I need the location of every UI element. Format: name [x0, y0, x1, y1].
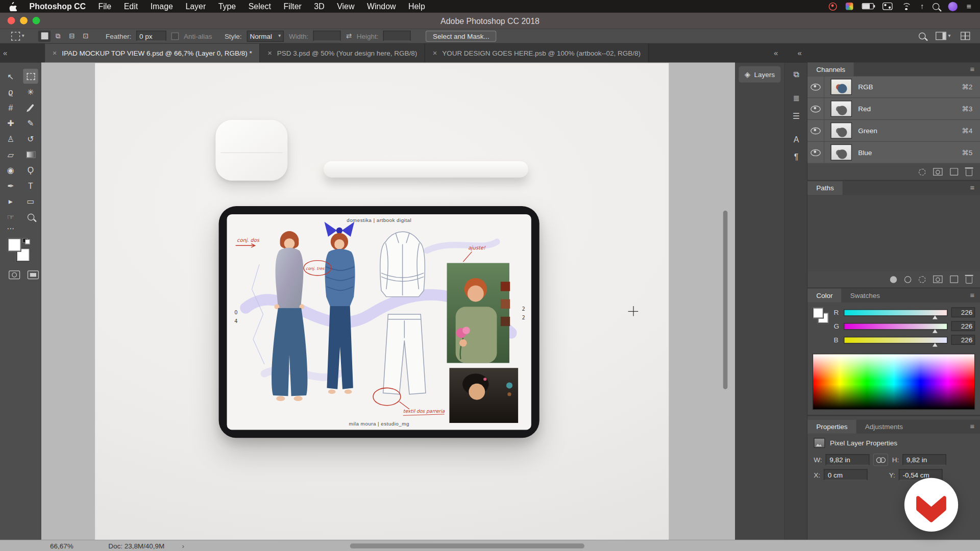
stroke-path-icon[interactable]	[904, 276, 911, 283]
width-input[interactable]	[313, 31, 341, 41]
upload-icon[interactable]: ↑	[920, 2, 924, 11]
paragraph-icon[interactable]: ¶	[788, 148, 804, 165]
workspace-panel-toggle[interactable]: ▾	[936, 32, 950, 40]
channel-row-blue[interactable]: Blue ⌘5	[807, 142, 980, 164]
avatar[interactable]	[948, 2, 958, 11]
channel-row-rgb[interactable]: RGB ⌘2	[807, 76, 980, 98]
paths-list-empty[interactable]	[807, 195, 980, 271]
history-brush-tool[interactable]: ↺	[23, 131, 38, 146]
select-and-mask-button[interactable]: Select and Mask...	[426, 30, 496, 41]
spot-healing-tool[interactable]: ✚	[3, 116, 18, 131]
red-slider[interactable]	[844, 309, 947, 316]
green-slider[interactable]	[844, 322, 947, 329]
tab-properties[interactable]: Properties	[807, 420, 856, 434]
tab-paths[interactable]: Paths	[807, 181, 843, 195]
libraries-icon[interactable]: ⧉	[788, 66, 804, 83]
tool-preset-picker[interactable]: ▾	[11, 32, 24, 40]
search-icon[interactable]	[919, 33, 925, 39]
adjustments-icon[interactable]: ☰	[788, 108, 804, 124]
anti-alias-checkbox[interactable]	[171, 32, 179, 40]
pen-tool[interactable]: ✒	[3, 178, 18, 193]
close-icon[interactable]: ×	[53, 49, 57, 58]
default-colors-icon[interactable]	[22, 238, 30, 244]
close-icon[interactable]: ×	[433, 49, 437, 58]
visibility-toggle[interactable]	[807, 98, 824, 119]
quick-selection-tool[interactable]: ✳	[23, 84, 38, 99]
character-icon[interactable]: A	[788, 131, 804, 147]
x-field[interactable]: 0 cm	[824, 469, 868, 481]
collapse-toolbar-icon[interactable]: «	[3, 49, 6, 58]
document-tab-1[interactable]: × IPAD MOCKUP TOP VIEW 6.psd @ 66,7% (La…	[45, 44, 260, 63]
load-selection-icon[interactable]	[919, 168, 925, 175]
new-selection-button[interactable]	[38, 30, 51, 41]
path-selection-icon[interactable]	[919, 276, 925, 283]
collapse-panels-icon[interactable]: «	[797, 49, 800, 58]
color-spectrum-picker[interactable]	[813, 354, 975, 410]
path-mask-icon[interactable]	[933, 276, 942, 283]
info-icon[interactable]: ≣	[788, 90, 804, 106]
height-field[interactable]: 9,82 in	[902, 454, 946, 465]
delete-channel-icon[interactable]	[966, 169, 972, 176]
fill-path-icon[interactable]	[890, 276, 897, 283]
wifi-icon[interactable]	[901, 3, 912, 10]
status-options-chevron[interactable]: ›	[182, 542, 184, 549]
slider-marker[interactable]	[933, 315, 938, 319]
visibility-toggle[interactable]	[807, 120, 824, 141]
menu-layer[interactable]: Layer	[179, 2, 212, 11]
record-icon[interactable]	[829, 2, 837, 10]
battery-icon[interactable]	[862, 3, 874, 9]
delete-path-icon[interactable]	[966, 277, 972, 283]
width-field[interactable]: 9,82 in	[826, 454, 870, 465]
height-input[interactable]	[383, 31, 411, 41]
apple-menu-icon[interactable]	[9, 2, 17, 11]
screen-mode-button[interactable]	[28, 270, 39, 279]
link-dimensions-button[interactable]	[873, 454, 888, 466]
foreground-color-swatch[interactable]	[813, 307, 824, 318]
save-selection-icon[interactable]	[933, 168, 942, 176]
blue-slider[interactable]	[844, 336, 947, 343]
search-icon[interactable]	[933, 3, 939, 10]
swap-dimensions-icon[interactable]: ⇄	[346, 32, 352, 40]
document-tab-3[interactable]: × YOUR DESIGN GOES HERE.psb @ 100% (artb…	[425, 44, 649, 63]
tab-adjustments[interactable]: Adjustments	[856, 420, 912, 434]
channel-row-red[interactable]: Red ⌘3	[807, 98, 980, 120]
intersect-selection-button[interactable]: ⊡	[80, 30, 92, 41]
channel-row-green[interactable]: Green ⌘4	[807, 120, 980, 142]
document-image[interactable]: domestika | artbook digital	[95, 63, 669, 540]
list-icon[interactable]: ≡	[967, 2, 971, 11]
tab-channels[interactable]: Channels	[807, 62, 854, 76]
panel-menu-icon[interactable]: ≡	[970, 184, 975, 192]
menu-help[interactable]: Help	[402, 2, 431, 11]
blur-tool[interactable]: ◉	[3, 162, 18, 177]
new-channel-icon[interactable]	[950, 168, 958, 176]
hand-tool[interactable]: ☞	[3, 209, 18, 224]
style-select[interactable]: Normal ▾	[247, 30, 284, 41]
layers-panel-button[interactable]: ◈ Layers	[739, 66, 780, 83]
menu-edit[interactable]: Edit	[117, 2, 144, 11]
tab-swatches[interactable]: Swatches	[842, 289, 889, 303]
eraser-tool[interactable]: ▱	[3, 147, 18, 162]
vertical-scrollbar[interactable]	[723, 211, 728, 389]
crop-tool[interactable]: #	[3, 100, 18, 115]
visibility-toggle[interactable]	[807, 76, 824, 97]
canvas-area[interactable]: domestika | artbook digital	[41, 62, 735, 540]
foreground-color-swatch[interactable]	[8, 238, 21, 252]
add-to-selection-button[interactable]: ⧉	[52, 30, 64, 41]
menu-image[interactable]: Image	[144, 2, 179, 11]
move-tool[interactable]: ↖	[3, 69, 18, 84]
zoom-tool[interactable]	[23, 209, 38, 224]
panel-menu-icon[interactable]: ≡	[970, 422, 975, 431]
control-center-icon[interactable]	[883, 3, 893, 10]
collapse-dock-icon[interactable]: «	[774, 49, 777, 58]
menu-window[interactable]: Window	[361, 2, 402, 11]
dodge-tool[interactable]: Ϙ	[23, 162, 38, 177]
close-icon[interactable]: ×	[267, 49, 272, 58]
app-menu[interactable]: Photoshop CC	[23, 2, 92, 11]
color-app-icon[interactable]	[846, 3, 853, 10]
menu-file[interactable]: File	[92, 2, 117, 11]
red-value[interactable]: 226	[951, 307, 975, 317]
menu-view[interactable]: View	[331, 2, 361, 11]
feather-input[interactable]: 0 px	[136, 31, 166, 41]
menu-filter[interactable]: Filter	[277, 2, 308, 11]
visibility-toggle[interactable]	[807, 142, 824, 163]
